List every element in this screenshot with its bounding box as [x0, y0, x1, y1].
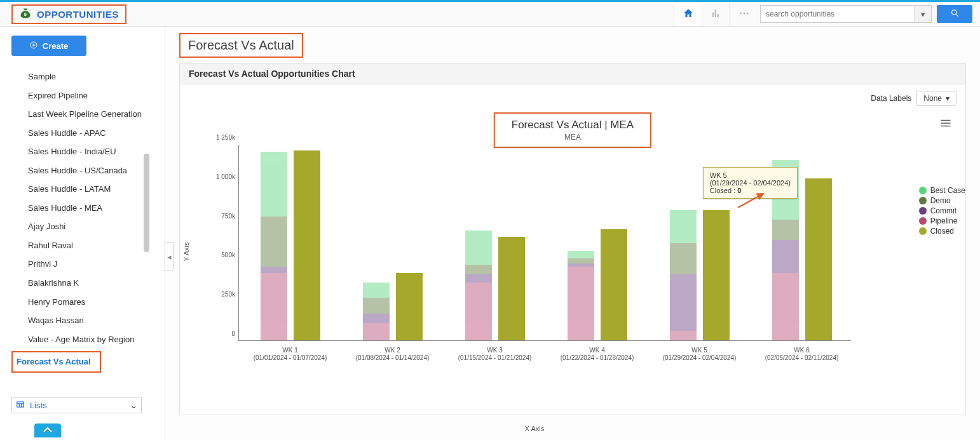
sidebar-item[interactable]: Rahul Raval [11, 236, 157, 255]
chevron-up-icon [42, 426, 53, 436]
sidebar-item[interactable]: Sales Huddle - LATAM [11, 180, 157, 199]
tooltip-line1: WK 5 [710, 171, 791, 179]
actual-bar[interactable] [601, 229, 627, 341]
bar-segment [772, 240, 799, 273]
sidebar-item[interactable]: Forecast Vs Actual [11, 351, 101, 373]
page-title: Forecast Vs Actual [179, 33, 303, 58]
y-tick: 1 000k [206, 173, 235, 180]
y-axis-label: Y Axis [182, 242, 190, 261]
bar-segment [670, 331, 697, 340]
y-tick: 1 250k [206, 134, 235, 141]
x-tick: WK 6(02/05/2024 - 02/11/2024) [765, 347, 839, 362]
data-labels-dropdown[interactable]: None ▾ [916, 91, 956, 106]
bar-segment [670, 274, 697, 331]
y-tick: 250k [206, 291, 235, 298]
search-button[interactable] [937, 5, 972, 23]
sidebar-item[interactable]: Sales Huddle - US/Canada [11, 161, 157, 180]
svg-point-4 [951, 10, 956, 15]
x-tick: WK 4(01/22/2024 - 01/28/2024) [561, 347, 634, 362]
svg-line-5 [956, 14, 958, 17]
forecast-bar[interactable] [261, 152, 287, 340]
lists-label: Lists [30, 401, 47, 410]
forecast-bar[interactable] [568, 251, 594, 340]
x-tick: WK 2(01/08/2024 - 01/14/2024) [356, 347, 430, 362]
scrollbar-thumb[interactable] [144, 154, 149, 252]
lists-select[interactable]: Lists ⌄ [11, 397, 142, 413]
chevron-down-icon: ▾ [921, 10, 925, 19]
bar-segment [363, 298, 390, 314]
bar-chart-icon [711, 8, 722, 21]
module-title-text: OPPORTUNITIES [37, 9, 119, 20]
legend-item[interactable]: Commit [919, 206, 965, 215]
sidebar-item[interactable]: Value - Age Matrix by Region [11, 330, 157, 349]
main: Forecast Vs Actual Forecast Vs Actual Op… [165, 27, 980, 440]
search-wrap: ▾ [760, 5, 972, 23]
actual-bar[interactable] [498, 237, 525, 340]
chevron-down-icon: ⌄ [130, 401, 137, 410]
sidebar-item[interactable]: Balakrishna K [11, 274, 157, 293]
legend: Best CaseDemoCommitPipelineClosed [919, 186, 965, 237]
sidebar-item[interactable]: Prithvi J [11, 255, 157, 274]
actual-bar[interactable] [805, 178, 832, 340]
actual-bar[interactable] [396, 273, 423, 340]
top-bar: $ OPPORTUNITIES ▾ [0, 0, 980, 27]
bar-segment [465, 274, 492, 282]
forecast-bar[interactable] [363, 283, 390, 340]
bar-segment [261, 217, 287, 267]
sidebar-item[interactable]: Sales Huddle - APAC [11, 124, 157, 143]
svg-line-14 [738, 194, 763, 208]
x-axis-label: X Axis [212, 425, 857, 432]
bar-segment [670, 210, 697, 243]
legend-label: Best Case [930, 186, 965, 195]
forecast-bar[interactable] [670, 210, 697, 340]
bar-segment [568, 251, 594, 258]
sidebar-item[interactable]: Sample [11, 67, 157, 86]
chart-panel: Forecast Vs Actual Opportunities Chart D… [179, 63, 966, 415]
svg-point-1 [740, 12, 742, 14]
bar-segment [363, 283, 390, 298]
legend-swatch [919, 217, 927, 225]
search-scope-dropdown[interactable]: ▾ [915, 5, 932, 23]
sidebar-item[interactable]: Expired Pipeline [11, 86, 157, 105]
search-input[interactable] [760, 5, 915, 23]
sidebar-item[interactable]: Sales Huddle - MEA [11, 199, 157, 218]
actual-bar[interactable] [294, 150, 320, 340]
reports-button[interactable] [702, 2, 730, 26]
data-labels-value: None [923, 94, 942, 103]
moneybag-icon: $ [19, 7, 32, 22]
sidebar-item[interactable]: Last Week Pipeline Generation [11, 105, 157, 124]
legend-swatch [919, 227, 927, 235]
annotation-arrow [735, 191, 767, 210]
legend-item[interactable]: Pipeline [919, 217, 965, 225]
forecast-bar[interactable] [465, 230, 492, 340]
svg-point-3 [746, 12, 748, 14]
chart-menu-button[interactable] [940, 119, 951, 130]
bar-segment [363, 323, 390, 340]
legend-item[interactable]: Best Case [919, 186, 965, 195]
nav-list: SampleExpired PipelineLast Week Pipeline… [11, 67, 157, 388]
legend-label: Demo [930, 196, 951, 205]
create-button[interactable]: Create [11, 36, 86, 56]
home-button[interactable] [674, 2, 702, 26]
sidebar-item[interactable]: Sales Huddle - India/EU [11, 142, 157, 161]
table-icon [16, 400, 25, 411]
x-tick: WK 1(01/01/2024 - 01/07/2024) [254, 347, 327, 362]
sidebar-item[interactable]: Henry Pomares [11, 293, 157, 312]
sidebar-item[interactable]: Waqas Hassan [11, 311, 157, 330]
legend-item[interactable]: Demo [919, 196, 965, 205]
actual-bar[interactable] [703, 210, 730, 340]
svg-text:$: $ [24, 11, 27, 17]
create-label: Create [43, 41, 68, 51]
sidebar-item[interactable]: Ajay Joshi [11, 217, 157, 236]
bar-segment [465, 265, 492, 274]
scroll-top-button[interactable] [34, 423, 61, 437]
chart-subtitle: MEA [512, 133, 634, 142]
x-tick: WK 3(01/15/2024 - 01/21/2024) [458, 347, 532, 362]
legend-label: Closed [930, 227, 954, 236]
chart-title-box: Forecast Vs Actual | MEA MEA [494, 112, 651, 148]
more-button[interactable] [730, 2, 758, 26]
data-labels-text: Data Labels [871, 94, 911, 103]
legend-item[interactable]: Closed [919, 227, 965, 236]
legend-swatch [919, 187, 927, 194]
search-icon [950, 8, 960, 20]
